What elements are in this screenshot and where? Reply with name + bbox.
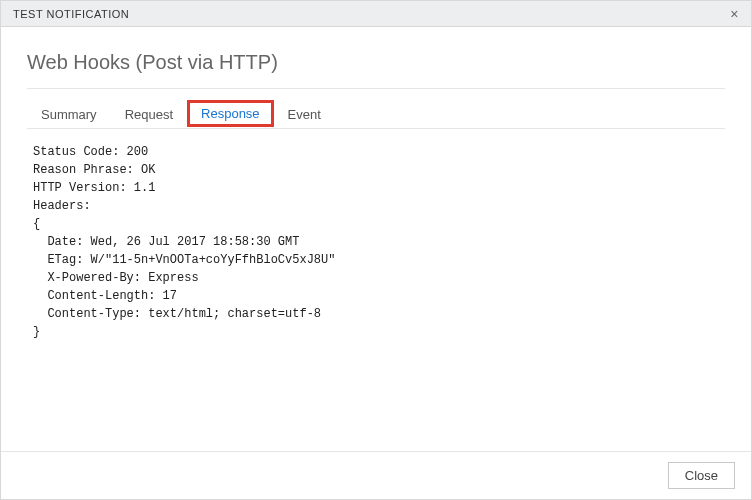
divider	[27, 88, 725, 89]
window-title: TEST NOTIFICATION	[13, 8, 129, 20]
close-button[interactable]: Close	[668, 462, 735, 489]
dialog-footer: Close	[1, 451, 751, 499]
dialog-content: Web Hooks (Post via HTTP) Summary Reques…	[1, 27, 751, 355]
page-title: Web Hooks (Post via HTTP)	[27, 51, 725, 74]
response-body: Status Code: 200 Reason Phrase: OK HTTP …	[27, 129, 725, 355]
tab-response[interactable]: Response	[187, 100, 274, 127]
title-bar: TEST NOTIFICATION ×	[1, 1, 751, 27]
tab-request[interactable]: Request	[111, 101, 187, 128]
tab-summary[interactable]: Summary	[27, 101, 111, 128]
tab-event[interactable]: Event	[274, 101, 335, 128]
tab-bar: Summary Request Response Event	[27, 101, 725, 129]
close-icon[interactable]: ×	[726, 5, 743, 23]
